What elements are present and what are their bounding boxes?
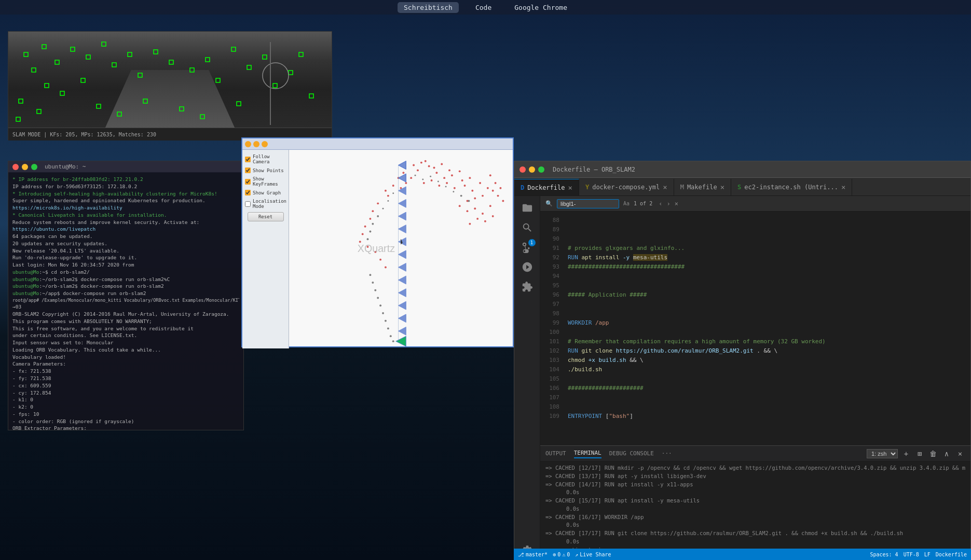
panel-chevron-btn[interactable]: ∧ [941,449,952,459]
tab-close-ec2[interactable]: × [841,183,845,191]
tab-close-compose[interactable]: × [663,183,667,191]
statusbar-branch[interactable]: ⎇ master* [518,552,548,557]
search-close-btn[interactable]: × [675,200,678,207]
show-graph-input[interactable] [245,190,251,195]
vscode-min-btn[interactable] [529,166,535,173]
panel-add-btn[interactable]: + [901,449,911,459]
tab-icon-ec2: S [737,184,741,191]
svg-point-53 [454,187,456,189]
tab-docker-compose[interactable]: Y docker-compose.yml × [579,179,674,195]
svg-point-67 [499,187,501,189]
terminal-select[interactable]: 1: zsh [867,449,898,458]
search-input[interactable] [557,199,619,208]
menubar-code[interactable]: Code [469,2,498,13]
xquartz-btn-2[interactable] [253,141,259,147]
svg-rect-20 [231,47,236,51]
code-line [568,225,970,234]
warning-icon: ⚠ [562,552,565,557]
svg-rect-16 [37,109,41,114]
sidebar-icon-explorer[interactable] [518,199,537,217]
svg-rect-32 [200,115,204,119]
svg-point-52 [446,182,448,184]
panel-tab-debug[interactable]: DEBUG CONSOLE [609,449,654,458]
tab-close-dockerfile[interactable]: × [568,184,572,192]
show-keyframes-label: Show KeyFrames [253,176,286,187]
code-line [568,374,970,384]
svg-point-88 [369,218,371,220]
terminal-content[interactable]: * IP address for br-24ffab083fd2: 172.21… [8,173,243,430]
terminal-panel-content[interactable]: => CACHED [12/17] RUN mkdir -p /opencv &… [540,461,970,559]
reset-button[interactable]: Reset [248,212,284,221]
svg-point-84 [476,218,478,220]
localisation-mode-checkbox[interactable]: Localisation Mode [245,199,286,209]
term-line: - cx: 609.559 [12,382,239,389]
search-prev-btn[interactable]: ‹ [659,200,662,207]
svg-point-41 [425,160,427,162]
tab-dockerfile[interactable]: D Dockerfile × [514,179,579,195]
vscode-window: Dockerfile — ORB_SLAM2 D Dockerfile × Y … [514,161,971,560]
xquartz-mapview[interactable]: XQuartz [289,150,513,346]
statusbar-spaces[interactable]: Spaces: 4 [870,552,898,557]
statusbar-line-endings[interactable]: LF [924,552,931,557]
svg-rect-4 [71,47,75,51]
localisation-mode-input[interactable] [245,201,251,207]
terminal-close-btn[interactable] [12,164,19,170]
show-points-input[interactable] [245,167,251,173]
terminal-max-btn[interactable] [31,164,37,170]
show-graph-checkbox[interactable]: Show Graph [245,190,286,195]
term-line: Last login: Mon Nov 16 20:34:57 2020 fro… [12,261,239,269]
show-points-checkbox[interactable]: Show Points [245,167,286,173]
follow-camera-input[interactable] [245,157,251,162]
sidebar-icon-extensions[interactable] [518,277,537,296]
svg-rect-2 [32,68,36,72]
vscode-tabbar: D Dockerfile × Y docker-compose.yml × M … [514,178,970,196]
code-line [568,272,970,281]
menubar-chrome[interactable]: Google Chrome [508,2,573,13]
svg-point-47 [451,174,453,176]
svg-point-87 [372,210,374,212]
panel-close-btn[interactable]: × [955,449,965,459]
statusbar-encoding[interactable]: UTF-8 [904,552,919,557]
svg-point-113 [374,289,376,291]
svg-point-100 [445,186,447,187]
tab-makefile[interactable]: M Makefile × [674,179,731,195]
svg-point-112 [372,282,374,284]
xquartz-btn-3[interactable] [262,141,268,147]
code-line: # Remember that compilation requires a h… [568,337,970,346]
svg-point-117 [385,320,387,322]
panel-split-btn[interactable]: ⊞ [914,449,925,459]
term-line: New release '20.04.1 LTS' available. [12,247,239,255]
follow-camera-checkbox[interactable]: Follow Camera [245,154,286,164]
sidebar-icon-search[interactable] [518,218,537,237]
vscode-max-btn[interactable] [538,166,544,173]
search-next-btn[interactable]: › [666,200,670,207]
svg-point-85 [469,223,471,225]
panel-tab-more[interactable]: ··· [662,449,672,458]
menubar-schreibtisch[interactable]: Schreibtisch [398,2,459,13]
panel-tabs: OUTPUT TERMINAL DEBUG CONSOLE ··· 1: zsh… [540,446,970,461]
svg-point-48 [459,170,461,172]
show-keyframes-input[interactable] [245,179,251,185]
statusbar-language[interactable]: Dockerfile [936,552,967,557]
svg-point-43 [441,163,443,165]
statusbar-live-share[interactable]: ↗ Live Share [575,552,611,557]
panel-tab-output[interactable]: OUTPUT [545,449,566,458]
show-keyframes-checkbox[interactable]: Show KeyFrames [245,176,286,187]
terminal-min-btn[interactable] [22,164,28,170]
svg-point-37 [413,164,415,166]
xquartz-btn-1[interactable] [245,141,251,147]
sidebar-icon-git[interactable]: 1 [518,238,537,257]
svg-point-49 [431,179,433,181]
vscode-close-btn[interactable] [519,166,526,173]
term-line: ubuntu@Mo:~/orb-slam2$ docker-compose ru… [12,283,239,290]
svg-point-103 [468,200,470,202]
tab-close-makefile[interactable]: × [720,183,724,191]
code-area[interactable]: 88 89 90 91 92 93 94 95 96 97 98 99 100 … [540,212,970,445]
code-line: ################################## [568,262,970,272]
panel-tab-terminal[interactable]: TERMINAL [574,449,601,458]
panel-trash-btn[interactable]: 🗑 [928,449,938,459]
search-result-count: Aa [623,201,630,206]
sidebar-icon-debug[interactable] [518,258,537,276]
tab-ec2[interactable]: S ec2-instance.sh (Untri... × [731,179,852,195]
statusbar-errors[interactable]: ⊗ 0 ⚠ 0 [553,552,570,557]
